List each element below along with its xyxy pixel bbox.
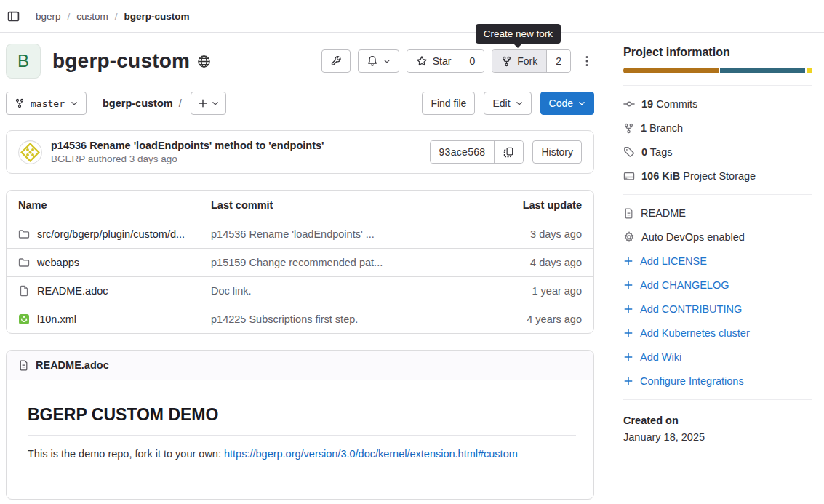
sidebar-item-branches[interactable]: 1 Branch bbox=[623, 122, 812, 134]
sidebar-configure-integrations[interactable]: Configure Integrations bbox=[623, 375, 812, 387]
sidebar-item-commits[interactable]: 19 Commits bbox=[623, 98, 812, 110]
sidebar-link-label: Add Wiki bbox=[640, 351, 681, 363]
file-link[interactable]: src/org/bgerp/plugin/custom/d... bbox=[7, 220, 199, 248]
repo-name[interactable]: bgerp-custom bbox=[103, 97, 173, 109]
fork-count[interactable]: 2 bbox=[546, 50, 570, 72]
sidebar-add-license[interactable]: Add LICENSE bbox=[623, 255, 812, 267]
language-segment bbox=[720, 68, 806, 73]
stat-value: 1 bbox=[641, 122, 647, 134]
stat-text: 1 Branch bbox=[641, 122, 683, 134]
add-file-button[interactable] bbox=[191, 92, 226, 115]
branch-icon bbox=[623, 123, 634, 134]
file-lines-icon bbox=[18, 360, 29, 371]
readme-content: BGERP CUSTOM DEMO This is the demo repo,… bbox=[7, 380, 593, 481]
folder-icon bbox=[18, 228, 30, 240]
file-link[interactable]: webapps bbox=[7, 249, 199, 276]
plus-icon bbox=[623, 376, 633, 386]
fork-button[interactable]: Fork bbox=[492, 50, 546, 72]
file-lines-icon bbox=[623, 208, 634, 219]
sidebar-link-label: Add LICENSE bbox=[640, 255, 707, 267]
commit-message[interactable]: p14536 Rename 'loadEndpoints' method to … bbox=[51, 140, 324, 151]
folder-icon bbox=[18, 257, 30, 268]
sidebar-add-changelog[interactable]: Add CHANGELOG bbox=[623, 279, 812, 291]
row-last-update: 4 years ago bbox=[484, 305, 593, 333]
branch-selector[interactable]: master bbox=[6, 92, 87, 115]
file-link[interactable]: README.adoc bbox=[7, 277, 199, 305]
page-title: bgerp-custom bbox=[52, 49, 190, 73]
edit-button[interactable]: Edit bbox=[484, 92, 531, 115]
stat-text: 19 Commits bbox=[641, 98, 697, 110]
copy-sha-button[interactable] bbox=[494, 141, 523, 163]
more-options-icon[interactable] bbox=[580, 52, 594, 70]
plus-icon bbox=[623, 304, 633, 314]
file-link[interactable]: l10n.xml bbox=[7, 305, 199, 333]
star-count[interactable]: 0 bbox=[460, 50, 484, 72]
find-file-button[interactable]: Find file bbox=[422, 92, 475, 115]
readme-filename: README.adoc bbox=[36, 359, 109, 371]
row-last-update: 1 year ago bbox=[484, 277, 593, 305]
column-header-last-commit: Last commit bbox=[199, 191, 484, 220]
notifications-button[interactable] bbox=[358, 49, 399, 73]
row-commit-link[interactable]: p15159 Change recommended pat... bbox=[199, 249, 484, 276]
row-commit-link[interactable]: p14536 Rename 'loadEndpoints' ... bbox=[199, 220, 484, 248]
code-button[interactable]: Code bbox=[540, 92, 594, 115]
header-actions: Star 0 Create new fork Fork 2 bbox=[321, 49, 594, 73]
project-settings-button[interactable] bbox=[321, 49, 351, 73]
breadcrumb-current[interactable]: bgerp-custom bbox=[124, 11, 190, 22]
fork-area: Create new fork Fork 2 bbox=[492, 49, 571, 73]
readme-paragraph: This is the demo repo, fork it to your o… bbox=[28, 448, 576, 460]
sidebar-link-label: Auto DevOps enabled bbox=[641, 231, 745, 243]
disk-icon bbox=[623, 170, 635, 182]
commit-sha-group: 93ace568 bbox=[430, 140, 524, 164]
commit-sha[interactable]: 93ace568 bbox=[431, 141, 495, 163]
plus-icon bbox=[198, 98, 208, 108]
branch-icon bbox=[15, 98, 25, 108]
file-name: src/org/bgerp/plugin/custom/d... bbox=[37, 228, 185, 240]
sidebar-item-auto-devops[interactable]: Auto DevOps enabled bbox=[623, 231, 812, 243]
repo-toolbar: master bgerp-custom / Find file Edit bbox=[6, 92, 594, 115]
readme-link[interactable]: https://bgerp.org/version/3.0/doc/kernel… bbox=[224, 448, 518, 460]
sidebar-add-contributing[interactable]: Add CONTRIBUTING bbox=[623, 303, 812, 315]
history-button[interactable]: History bbox=[532, 140, 582, 164]
project-header: B bgerp-custom bbox=[6, 44, 594, 79]
sidebar-link-label: Add Kubernetes cluster bbox=[640, 327, 750, 339]
breadcrumb-separator: / bbox=[68, 11, 71, 22]
sidebar-add-kubernetes[interactable]: Add Kubernetes cluster bbox=[623, 327, 812, 339]
row-commit-link[interactable]: Doc link. bbox=[199, 277, 484, 305]
fork-icon bbox=[501, 56, 512, 67]
chevron-down-icon bbox=[212, 100, 219, 107]
plus-icon bbox=[623, 280, 633, 290]
sidebar-toggle-icon[interactable] bbox=[4, 7, 23, 25]
column-header-last-update: Last update bbox=[484, 191, 593, 220]
plus-icon bbox=[623, 352, 633, 362]
path-separator: / bbox=[179, 97, 182, 109]
readme-panel: README.adoc BGERP CUSTOM DEMO This is th… bbox=[6, 350, 594, 500]
plus-icon bbox=[623, 328, 633, 338]
code-label: Code bbox=[549, 97, 573, 109]
divider bbox=[623, 399, 812, 400]
language-bar[interactable] bbox=[623, 68, 812, 73]
readme-header[interactable]: README.adoc bbox=[7, 351, 593, 380]
language-segment bbox=[807, 68, 812, 73]
breadcrumb-group[interactable]: bgerp bbox=[36, 11, 61, 22]
sidebar-link-label: Configure Integrations bbox=[640, 375, 744, 387]
sidebar-item-readme[interactable]: README bbox=[623, 207, 812, 219]
star-button[interactable]: Star bbox=[407, 50, 460, 72]
wrench-icon bbox=[330, 55, 342, 67]
file-name: l10n.xml bbox=[37, 313, 76, 325]
created-on-title: Created on bbox=[623, 415, 812, 426]
sidebar-add-wiki[interactable]: Add Wiki bbox=[623, 351, 812, 363]
stat-label: Project Storage bbox=[683, 170, 756, 182]
sidebar-item-storage[interactable]: 106 KiB Project Storage bbox=[623, 170, 812, 182]
breadcrumb-subgroup[interactable]: custom bbox=[76, 11, 108, 22]
fork-label: Fork bbox=[517, 55, 537, 67]
chevron-down-icon bbox=[578, 100, 585, 107]
fork-button-group: Fork 2 bbox=[492, 49, 571, 73]
sidebar-item-tags[interactable]: 0 Tags bbox=[623, 146, 812, 158]
tag-icon bbox=[623, 146, 635, 158]
commit-author-avatar[interactable] bbox=[18, 140, 42, 164]
breadcrumb: bgerp / custom / bgerp-custom bbox=[36, 11, 190, 22]
row-commit-link[interactable]: p14225 Subscriptions first step. bbox=[199, 305, 484, 333]
stat-value: 106 KiB bbox=[641, 170, 680, 182]
commit-info: p14536 Rename 'loadEndpoints' method to … bbox=[51, 140, 324, 164]
